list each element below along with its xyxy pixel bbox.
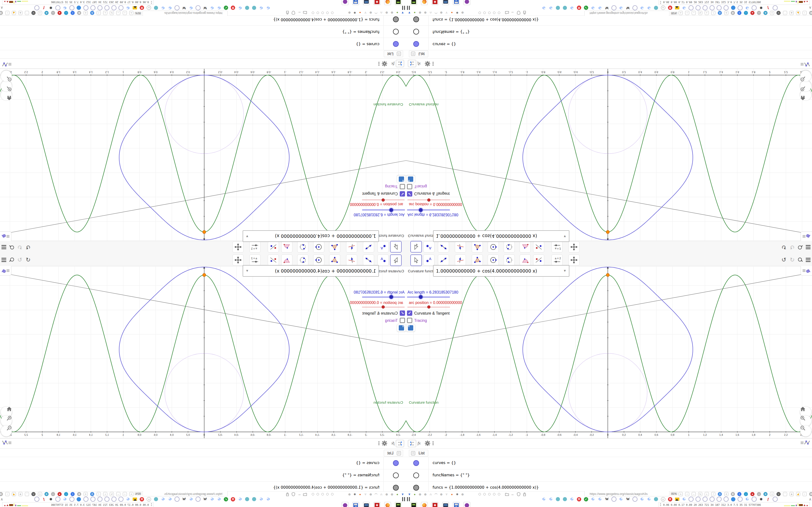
algebra-style-icon[interactable] (801, 62, 810, 67)
globe-icon[interactable]: ⊕ (423, 10, 428, 15)
tracing-checkbox[interactable] (407, 184, 412, 189)
taskbar-settings-red-icon[interactable]: ✸ (432, 502, 439, 507)
taskbar-proton-icon[interactable] (463, 0, 470, 5)
chevron-down-icon[interactable]: ▼ (563, 269, 566, 273)
shield-icon[interactable] (516, 10, 521, 15)
globe-icon[interactable]: ⊕ (439, 10, 444, 15)
translate-icon[interactable]: A (678, 492, 683, 496)
download-icon[interactable]: ⤓ (705, 11, 709, 15)
arc-length-slider-knob[interactable] (389, 207, 394, 213)
favicon-wreath[interactable] (696, 497, 701, 502)
favicon-wreath[interactable] (710, 497, 715, 502)
tool-reflect-icon[interactable] (268, 255, 279, 266)
algebra-row-curves[interactable]: curves = {} (406, 38, 812, 50)
favicon-photo[interactable] (133, 497, 138, 502)
taskbar-proton-icon[interactable] (342, 0, 349, 5)
zoom-in-button[interactable] (800, 415, 811, 427)
zoom-in-button[interactable] (1, 415, 12, 427)
green-circle-icon[interactable]: ● (412, 10, 417, 15)
down-blue-icon[interactable]: ↓ (64, 492, 68, 496)
collapse-icon[interactable]: − (397, 451, 401, 455)
favicon-wreath[interactable] (717, 497, 722, 502)
wrench-icon[interactable]: ⑂ (444, 492, 449, 497)
taskbar-proton-icon[interactable] (463, 502, 470, 507)
list-group-row[interactable]: − List (384, 50, 403, 57)
green-circle-icon[interactable]: ● (412, 492, 417, 497)
undo-icon[interactable]: ↺ (26, 257, 31, 263)
list-group-row[interactable]: − List (384, 450, 403, 457)
favicon-google-g[interactable]: G (548, 5, 553, 10)
favicon-google-g[interactable]: G (160, 5, 165, 10)
favicon-wreath[interactable] (34, 497, 39, 502)
back-arrow-icon[interactable]: ← (510, 492, 515, 497)
favicon-globe-teal[interactable] (245, 5, 250, 10)
tool-move-graphics-icon[interactable] (568, 241, 579, 252)
shield-icon[interactable]: ˆ (783, 492, 787, 496)
capsule-icon[interactable]: 0 (724, 492, 728, 496)
zoom-badge[interactable]: 81% (134, 12, 142, 15)
favicon-google-g[interactable]: G (618, 5, 623, 10)
pin-icon[interactable]: ▼ (407, 492, 412, 497)
favicon-google-g[interactable]: G (591, 497, 596, 502)
algebra-row-funcNames[interactable]: funcNames = {" "} (406, 469, 812, 482)
gear-icon[interactable]: ✸ (0, 492, 3, 496)
favicon-wreath[interactable] (90, 5, 95, 10)
arc-length-slider[interactable] (362, 296, 405, 298)
globe-color-icon[interactable]: ⊕ (763, 492, 767, 496)
curvature-tangent-checkbox[interactable]: ✓ (400, 191, 405, 196)
graphics-view[interactable]: -2.4-2.2-2-1.8-1.6-1.4-1.2-1-0.8-0.6-0.4… (406, 266, 812, 438)
algebra-style-icon[interactable] (801, 440, 810, 445)
chevron-up-icon[interactable]: ∧ (809, 497, 812, 501)
headset-icon[interactable]: ∩ (379, 10, 384, 15)
tool-angle-icon[interactable] (520, 241, 531, 252)
capsule-icon[interactable]: 0 (84, 11, 88, 15)
firefox-icon[interactable]: ● (358, 10, 362, 15)
favicon-photo[interactable] (674, 5, 679, 10)
visibility-marble[interactable] (393, 485, 399, 491)
favicon-google-g[interactable]: G (266, 5, 271, 10)
taskbar-settings-red-icon[interactable]: ✸ (373, 502, 380, 507)
folder-icon[interactable] (303, 10, 307, 15)
tool-move-graphics-icon[interactable] (568, 255, 579, 266)
input-value[interactable]: 1.000000000000 + cos(4.000000000000 x) (434, 233, 537, 239)
phone-icon[interactable]: ▯ (38, 11, 42, 15)
favicon-wreath[interactable] (97, 497, 102, 502)
curvature-function-input[interactable]: 1.000000000000 + cos(4.000000000000 x) ▼ (433, 265, 569, 277)
star-icon[interactable]: ☆ (123, 492, 127, 496)
graphics-stylebar-button[interactable] (801, 231, 812, 241)
url-text[interactable]: https://www.geogebra.org/classic/aagcxh3… (590, 11, 648, 15)
taskbar-display-icon[interactable] (442, 0, 449, 5)
favicon-globe-teal[interactable] (555, 5, 560, 10)
green-circle-icon[interactable]: ● (395, 492, 400, 497)
tool-conic-icon[interactable] (297, 255, 308, 266)
favicon-google-g[interactable]: G (62, 5, 67, 10)
favicon-globe-teal[interactable] (245, 497, 250, 502)
favicon-wreath[interactable] (723, 5, 729, 10)
globe-icon[interactable]: ⊕ (347, 10, 352, 15)
kebab-menu-icon[interactable] (378, 440, 379, 447)
tool-circle-icon[interactable] (313, 255, 324, 266)
globe-icon[interactable]: ⊕ (418, 492, 422, 497)
brush-icon[interactable]: / (711, 492, 715, 496)
gear-icon[interactable]: ✸ (77, 492, 81, 496)
graphics-stylebar-button[interactable] (801, 266, 812, 276)
tool-perpendicular-line-icon[interactable] (455, 241, 466, 252)
brush-icon[interactable]: / (97, 11, 101, 15)
chevron-up-icon[interactable]: ∧ (809, 6, 812, 10)
capsule-icon[interactable]: 0 (724, 11, 728, 15)
algebra-row-curves[interactable]: curves = {} (406, 457, 812, 469)
favicon-wreath[interactable] (632, 497, 638, 502)
zoom-out-button[interactable] (1, 70, 12, 81)
tool-angle-icon[interactable] (281, 255, 292, 266)
tool-polygon-icon[interactable] (472, 241, 483, 252)
back-arrow-icon[interactable]: ← (510, 10, 515, 15)
favicon-wikipedia-w[interactable]: W (604, 497, 609, 502)
arc-icon[interactable]: ◠ (434, 10, 439, 15)
visibility-marble[interactable] (393, 41, 399, 47)
translate-blue-icon[interactable]: A (90, 492, 94, 496)
taskbar-proton-icon[interactable] (342, 502, 349, 507)
translate-blue-icon[interactable]: A (718, 492, 722, 496)
tool-line-icon[interactable] (363, 241, 374, 252)
taskbar-firefox-icon[interactable] (384, 502, 391, 507)
firefox-icon[interactable]: ● (358, 492, 362, 497)
